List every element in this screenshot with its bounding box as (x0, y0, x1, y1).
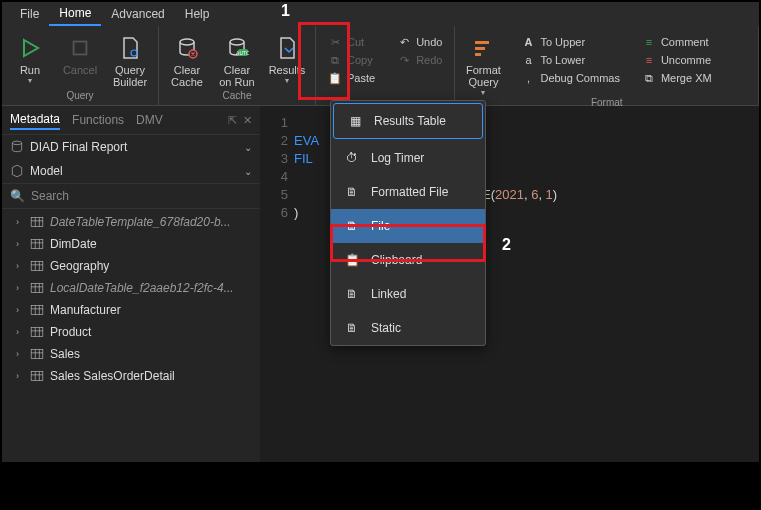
svg-point-2 (180, 39, 194, 45)
table-row[interactable]: ›DateTableTemplate_678fad20-b... (2, 211, 260, 233)
table-icon (30, 304, 44, 316)
svg-rect-15 (31, 239, 43, 248)
document-gear-icon (116, 34, 144, 62)
table-icon (30, 370, 44, 382)
uncomment-icon: ≡ (642, 53, 656, 67)
dropdown-item[interactable]: 🗎Formatted File (331, 175, 485, 209)
dropdown-item-label: Results Table (374, 114, 446, 128)
svg-rect-11 (31, 217, 43, 226)
chevron-down-icon: ▾ (285, 76, 289, 85)
annotation-2: 2 (502, 236, 511, 254)
ribbon-group-label: Query (66, 90, 93, 103)
metadata-panel: Metadata Functions DMV ⇱✕ DIAD Final Rep… (2, 106, 260, 462)
format-icon (469, 34, 497, 62)
chevron-right-icon: › (16, 217, 24, 227)
dropdown-item[interactable]: 🗎Static (331, 311, 485, 345)
dropdown-item-icon: ▦ (346, 112, 364, 130)
ribbon-group-cache: Clear Cache AUTO Clear on Run Results ▾ … (159, 26, 316, 105)
ribbon-group-label: Cache (223, 90, 252, 103)
svg-rect-27 (31, 305, 43, 314)
chevron-down-icon: ▾ (481, 88, 485, 97)
model-selector[interactable]: Model ⌄ (2, 159, 260, 183)
tab-dmv[interactable]: DMV (136, 111, 163, 129)
dropdown-item[interactable]: ▦Results Table (333, 103, 483, 139)
chevron-right-icon: › (16, 349, 24, 359)
table-label: LocalDateTable_f2aaeb12-f2fc-4... (50, 281, 234, 295)
database-x-icon (173, 34, 201, 62)
close-icon[interactable]: ✕ (243, 114, 252, 127)
comment-button[interactable]: ≡Comment (638, 34, 716, 50)
table-tree: ›DateTableTemplate_678fad20-b...›DimDate… (2, 209, 260, 389)
menu-file[interactable]: File (10, 3, 49, 25)
clear-on-run-button[interactable]: AUTO Clear on Run (217, 30, 257, 88)
annotation-box-1 (298, 22, 350, 100)
dropdown-item-label: Static (371, 321, 401, 335)
table-row[interactable]: ›Sales SalesOrderDetail (2, 365, 260, 387)
chevron-right-icon: › (16, 261, 24, 271)
annotation-box-2 (330, 224, 486, 262)
table-row[interactable]: ›Sales (2, 343, 260, 365)
undo-icon: ↶ (397, 35, 411, 49)
dropdown-item[interactable]: ⏱Log Timer (331, 141, 485, 175)
query-builder-button[interactable]: Query Builder (110, 30, 150, 88)
letter-a-icon: A (521, 35, 535, 49)
table-row[interactable]: ›LocalDateTable_f2aaeb12-f2fc-4... (2, 277, 260, 299)
table-row[interactable]: ›Product (2, 321, 260, 343)
to-upper-button[interactable]: ATo Upper (517, 34, 623, 50)
pin-icon[interactable]: ⇱ (228, 114, 237, 127)
chevron-down-icon: ▾ (28, 76, 32, 85)
debug-commas-button[interactable]: ,Debug Commas (517, 70, 623, 86)
table-icon (30, 348, 44, 360)
dropdown-item-label: Log Timer (371, 151, 424, 165)
format-query-button[interactable]: Format Query ▾ (463, 30, 503, 97)
svg-rect-0 (74, 42, 87, 55)
letter-a-small-icon: a (521, 53, 535, 67)
svg-rect-31 (31, 327, 43, 336)
play-icon (16, 34, 44, 62)
line-gutter: 123456 (260, 114, 288, 222)
svg-rect-19 (31, 261, 43, 270)
svg-rect-8 (475, 47, 485, 50)
chevron-right-icon: › (16, 327, 24, 337)
chevron-down-icon: ⌄ (244, 166, 252, 177)
menu-advanced[interactable]: Advanced (101, 3, 174, 25)
clear-cache-button[interactable]: Clear Cache (167, 30, 207, 88)
dropdown-item-icon: ⏱ (343, 149, 361, 167)
cancel-button: Cancel (60, 30, 100, 76)
to-lower-button[interactable]: aTo Lower (517, 52, 623, 68)
document-arrow-icon (273, 34, 301, 62)
run-button[interactable]: Run ▾ (10, 30, 50, 85)
table-row[interactable]: ›Geography (2, 255, 260, 277)
svg-point-10 (12, 141, 21, 145)
database-auto-icon: AUTO (223, 34, 251, 62)
merge-icon: ⧉ (642, 71, 656, 85)
undo-button[interactable]: ↶Undo (393, 34, 446, 50)
merge-xm-button[interactable]: ⧉Merge XM (638, 70, 716, 86)
search-input[interactable]: 🔍 Search (2, 183, 260, 209)
comma-icon: , (521, 71, 535, 85)
dropdown-item[interactable]: 🗎Linked (331, 277, 485, 311)
ribbon-group-format: Format Query ▾ ATo Upper aTo Lower ,Debu… (454, 26, 759, 105)
comment-icon: ≡ (642, 35, 656, 49)
tab-metadata[interactable]: Metadata (10, 110, 60, 130)
uncomment-button[interactable]: ≡Uncomme (638, 52, 716, 68)
menu-home[interactable]: Home (49, 2, 101, 26)
svg-point-1 (131, 50, 137, 56)
svg-rect-35 (31, 349, 43, 358)
search-icon: 🔍 (10, 189, 25, 203)
dropdown-item-icon: 🗎 (343, 319, 361, 337)
tab-functions[interactable]: Functions (72, 111, 124, 129)
stop-icon (66, 34, 94, 62)
redo-icon: ↷ (397, 53, 411, 67)
svg-rect-23 (31, 283, 43, 292)
table-label: Sales (50, 347, 80, 361)
menu-help[interactable]: Help (175, 3, 220, 25)
svg-rect-39 (31, 371, 43, 380)
table-label: DimDate (50, 237, 97, 251)
table-icon (30, 216, 44, 228)
table-row[interactable]: ›Manufacturer (2, 299, 260, 321)
redo-button: ↷Redo (393, 52, 446, 68)
dropdown-item-icon: 🗎 (343, 183, 361, 201)
table-row[interactable]: ›DimDate (2, 233, 260, 255)
database-selector[interactable]: DIAD Final Report ⌄ (2, 135, 260, 159)
